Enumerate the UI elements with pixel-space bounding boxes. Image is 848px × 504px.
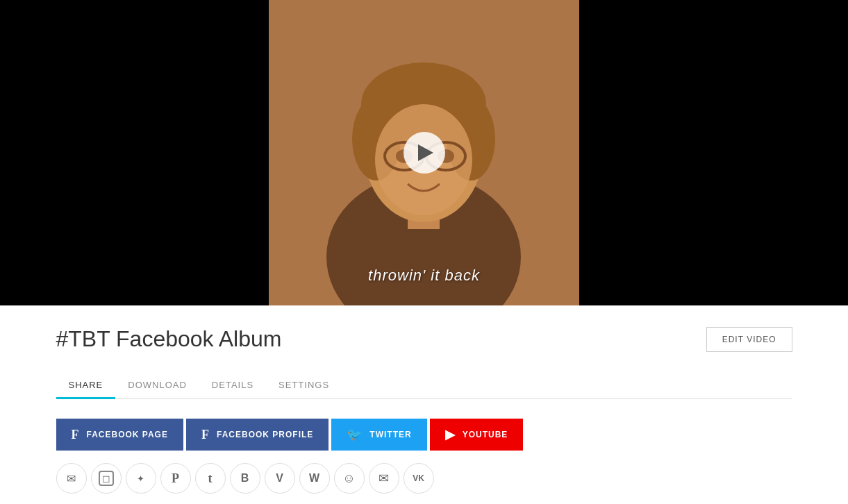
tumblr-icon: t [208,471,213,486]
share-alt-icon-button[interactable]: ✦ [126,463,156,494]
youtube-label: YOUTUBE [463,430,508,439]
video-overlay-text: throwin' it back [269,267,579,285]
tab-details[interactable]: DETAILS [199,373,266,399]
twitter-button[interactable]: 🐦 TWITTER [331,419,426,451]
wordpress-icon-button[interactable]: W [299,463,330,494]
facebook-page-icon: f [72,428,80,442]
title-row: #TBT Facebook Album EDIT VIDEO [56,326,792,352]
content-area: #TBT Facebook Album EDIT VIDEO SHARE DOW… [42,305,806,504]
youtube-button[interactable]: ▶ YOUTUBE [430,419,524,451]
facebook-profile-icon: f [201,428,210,442]
share-alt-icon: ✦ [137,473,144,484]
vk-icon-button[interactable]: VK [404,463,434,494]
smiley-icon-button[interactable]: ☺ [334,463,365,494]
facebook-page-button[interactable]: f FACEBOOK PAGE [56,419,183,451]
smiley-icon: ☺ [342,471,355,486]
facebook-profile-button[interactable]: f FACEBOOK PROFILE [186,419,329,451]
twitter-icon: 🐦 [347,427,363,442]
tab-download[interactable]: DOWNLOAD [115,373,199,399]
pinterest-icon: P [172,471,179,486]
tab-settings[interactable]: SETTINGS [266,373,342,399]
play-triangle-icon [418,144,433,161]
blogger-icon-button[interactable]: B [230,463,260,494]
twitter-label: TWITTER [369,430,411,439]
wordpress-icon: W [309,472,319,485]
message-icon: ✉ [379,471,389,486]
instagram-icon-button[interactable]: ◻ [91,463,122,494]
pinterest-icon-button[interactable]: P [160,463,191,494]
video-container: throwin' it back [0,0,848,305]
message-icon-button[interactable]: ✉ [369,463,399,494]
instagram-icon: ◻ [99,471,114,486]
facebook-page-label: FACEBOOK PAGE [87,430,168,439]
youtube-icon: ▶ [445,427,456,442]
tumblr-icon-button[interactable]: t [195,463,226,494]
vimeo-icon: V [276,472,283,485]
share-buttons-row: f FACEBOOK PAGE f FACEBOOK PROFILE 🐦 TWI… [56,419,792,451]
video-title: #TBT Facebook Album [56,326,282,352]
vk-icon: VK [413,473,424,483]
social-icons-row: ✉ ◻ ✦ P t B V W ☺ ✉ VK [56,463,792,494]
tab-share[interactable]: SHARE [56,373,116,399]
blogger-icon: B [241,472,249,485]
email-icon-button[interactable]: ✉ [56,463,87,494]
play-button[interactable] [404,132,445,174]
video-thumbnail[interactable]: throwin' it back [269,0,579,305]
facebook-profile-label: FACEBOOK PROFILE [217,430,313,439]
vimeo-icon-button[interactable]: V [265,463,295,494]
tabs-container: SHARE DOWNLOAD DETAILS SETTINGS [56,373,792,399]
email-icon: ✉ [67,472,76,485]
edit-video-button[interactable]: EDIT VIDEO [706,327,792,352]
